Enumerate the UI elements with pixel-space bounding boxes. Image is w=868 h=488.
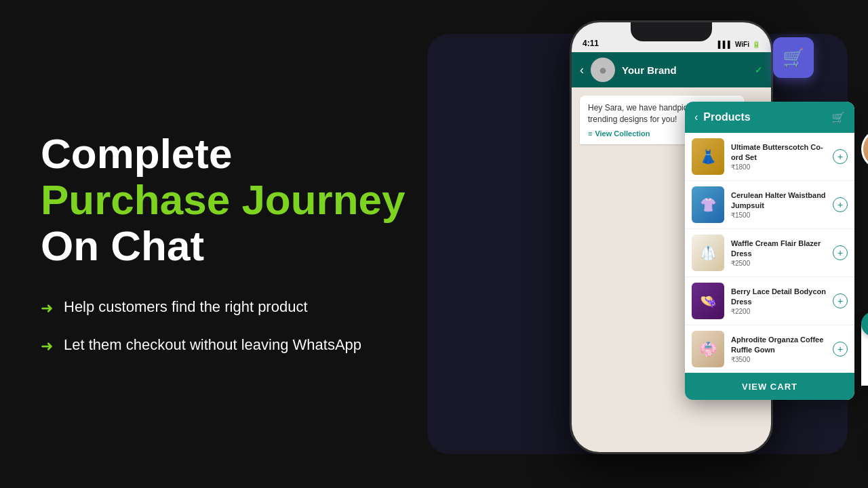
brand-name: Your Brand	[622, 64, 748, 76]
products-back-icon[interactable]: ‹	[694, 111, 698, 123]
signal-icon: ▌▌▌	[718, 41, 732, 48]
product-item-2: 👚 Cerulean Halter Waistband Jumpsuit ₹15…	[685, 181, 854, 229]
user-avatar: 👩	[861, 129, 868, 169]
product-img-cerulean: 👚	[692, 186, 724, 223]
product-img-5: 👘	[692, 331, 724, 367]
wifi-icon: WiFi	[735, 41, 749, 48]
product-name-3: Waffle Cream Flair Blazer Dress	[731, 239, 826, 258]
list-icon: ≡	[588, 129, 592, 138]
bullet-item-1: ➜ Help customers find the right product	[41, 296, 434, 319]
headline-line3: On Chat	[41, 223, 434, 269]
add-product-1-button[interactable]: +	[833, 149, 848, 164]
product-img-aphrodite: 👘	[692, 331, 724, 367]
back-icon[interactable]: ‹	[580, 63, 584, 77]
product-img-2: 👚	[692, 186, 724, 223]
product-price-2: ₹1500	[731, 211, 826, 219]
arrow-icon-1: ➜	[41, 298, 53, 319]
product-name-5: Aphrodite Organza Coffee Ruffle Gown	[731, 335, 826, 354]
status-icons: ▌▌▌ WiFi 🔋	[718, 41, 760, 48]
headline-line2: Purchase Journey	[41, 177, 434, 223]
product-info-4: Berry Lace Detail Bodycon Dress ₹2200	[731, 287, 826, 315]
products-panel: ‹ Products 🛒 👗 Ultimate Butterscotch Co-…	[685, 102, 854, 400]
product-price-5: ₹3500	[731, 356, 826, 363]
verified-icon: ✓	[755, 64, 763, 75]
add-product-3-button[interactable]: +	[833, 245, 848, 260]
product-img-waffle: 🥼	[692, 235, 724, 271]
product-price-3: ₹2500	[731, 260, 826, 267]
arrow-icon-2: ➜	[41, 336, 53, 357]
headline: Complete Purchase Journey On Chat	[41, 131, 434, 270]
product-price-1: ₹1800	[731, 163, 826, 171]
products-header: ‹ Products 🛒	[685, 102, 854, 133]
bullet-text-1: Help customers find the right product	[64, 296, 308, 317]
add-product-2-button[interactable]: +	[833, 197, 848, 212]
status-time: 4:11	[583, 39, 599, 48]
product-img-4: 👒	[692, 283, 724, 319]
add-product-5-button[interactable]: +	[833, 342, 848, 357]
product-item-1: 👗 Ultimate Butterscotch Co-ord Set ₹1800…	[685, 133, 854, 181]
product-info-2: Cerulean Halter Waistband Jumpsuit ₹1500	[731, 190, 826, 219]
cart-badge-icon: 🛒	[783, 47, 804, 68]
product-img-butterscotch: 👗	[692, 138, 724, 175]
products-title: Products	[703, 111, 826, 123]
phone-notch	[631, 22, 712, 41]
product-img-3: 🥼	[692, 235, 724, 271]
whatsapp-header: ‹ ● Your Brand ✓	[572, 52, 771, 87]
product-img-1: 👗	[692, 138, 724, 175]
products-footer: VIEW CART	[685, 373, 854, 400]
product-name-2: Cerulean Halter Waistband Jumpsuit	[731, 190, 826, 210]
brand-avatar: ●	[591, 58, 615, 82]
battery-icon: 🔋	[752, 41, 760, 48]
view-cart-button[interactable]: VIEW CART	[742, 382, 797, 392]
product-item-4: 👒 Berry Lace Detail Bodycon Dress ₹2200 …	[685, 277, 854, 325]
left-panel: Complete Purchase Journey On Chat ➜ Help…	[41, 131, 434, 357]
bullets-list: ➜ Help customers find the right product …	[41, 296, 434, 357]
product-name-1: Ultimate Butterscotch Co-ord Set	[731, 142, 826, 162]
product-item-3: 🥼 Waffle Cream Flair Blazer Dress ₹2500 …	[685, 229, 854, 277]
product-item-5: 👘 Aphrodite Organza Coffee Ruffle Gown ₹…	[685, 325, 854, 373]
products-cart-icon[interactable]: 🛒	[831, 111, 845, 124]
product-name-4: Berry Lace Detail Bodycon Dress	[731, 287, 826, 306]
right-panel: 🛒 4:11 ▌▌▌ WiFi 🔋 ‹ ● Your Brand ✓ He	[393, 0, 868, 488]
bullet-text-2: Let them checkout without leaving WhatsA…	[64, 335, 361, 356]
headline-line1: Complete	[41, 130, 232, 177]
product-info-1: Ultimate Butterscotch Co-ord Set ₹1800	[731, 142, 826, 171]
product-info-5: Aphrodite Organza Coffee Ruffle Gown ₹35…	[731, 335, 826, 363]
product-price-4: ₹2200	[731, 308, 826, 315]
cart-badge[interactable]: 🛒	[773, 37, 814, 78]
bullet-item-2: ➜ Let them checkout without leaving What…	[41, 335, 434, 357]
add-product-4-button[interactable]: +	[833, 293, 848, 308]
product-img-berry: 👒	[692, 283, 724, 319]
product-info-3: Waffle Cream Flair Blazer Dress ₹2500	[731, 239, 826, 267]
